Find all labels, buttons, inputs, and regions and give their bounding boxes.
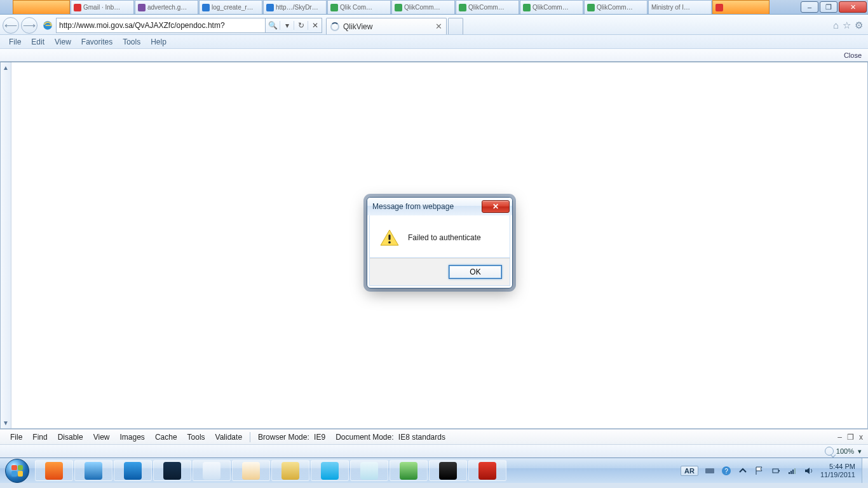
taskbar-app-adobe[interactable]: [468, 460, 506, 481]
language-indicator[interactable]: AR: [681, 466, 698, 476]
refresh-icon[interactable]: ↻: [294, 21, 308, 30]
tab-title: QlikView: [343, 22, 372, 31]
devbar-unpin-button[interactable]: ❐: [847, 433, 854, 442]
background-tab[interactable]: http…/SkyDr…: [263, 0, 327, 14]
background-tab[interactable]: advertech.g…: [135, 0, 198, 14]
taskbar-app-excel[interactable]: [390, 460, 428, 481]
developer-toolbar: FileFindDisableViewImagesCacheToolsValid…: [0, 429, 868, 444]
tray-date: 11/19/2011: [820, 471, 855, 479]
devbar-images[interactable]: Images: [115, 433, 150, 442]
devbar-disable[interactable]: Disable: [53, 433, 88, 442]
devbar-find[interactable]: Find: [27, 433, 52, 442]
tray-help-icon[interactable]: ?: [721, 466, 731, 476]
favorites-icon[interactable]: ☆: [843, 20, 851, 31]
taskbar-app-photoshop[interactable]: [153, 460, 191, 481]
menu-view[interactable]: View: [50, 36, 76, 48]
background-tab[interactable]: QlikComm…: [520, 0, 583, 14]
svg-text:?: ?: [724, 468, 728, 475]
devbar-tools[interactable]: Tools: [182, 433, 210, 442]
menu-favorites[interactable]: Favorites: [76, 36, 118, 48]
dialog-close-button[interactable]: ✕: [482, 200, 510, 213]
qlikview-close-link[interactable]: Close: [844, 51, 862, 59]
nav-forward-button[interactable]: ⟶: [21, 17, 37, 34]
background-tab[interactable]: Qlik Com…: [327, 0, 391, 14]
window-maximize-button[interactable]: ❐: [820, 1, 837, 13]
menu-help[interactable]: Help: [146, 36, 172, 48]
dialog-titlebar[interactable]: Message from webpage ✕: [367, 198, 512, 215]
taskbar-app-vm[interactable]: [114, 460, 152, 481]
show-desktop-button[interactable]: [862, 458, 868, 483]
zoom-dropdown-icon[interactable]: ▾: [858, 447, 862, 456]
background-tab[interactable]: [13, 0, 70, 14]
search-icon[interactable]: 🔍: [266, 21, 280, 30]
background-tab[interactable]: QlikComm…: [456, 0, 519, 14]
taskbar-app-device[interactable]: [193, 460, 231, 481]
new-tab-button[interactable]: [448, 18, 463, 34]
background-tab-label: QlikComm…: [468, 4, 505, 11]
taskbar-app-firefox[interactable]: [35, 460, 73, 481]
ie-icon: [85, 462, 102, 480]
vertical-scrollbar[interactable]: ▲ ▼: [1, 62, 11, 428]
home-icon[interactable]: ⌂: [833, 20, 839, 30]
nav-back-button[interactable]: ⟵: [3, 17, 19, 34]
svg-rect-8: [778, 470, 780, 471]
address-bar[interactable]: http://www.moi.gov.sa/QvAJAXZfc/opendoc.…: [56, 18, 266, 33]
window-close-button[interactable]: ✕: [839, 1, 867, 13]
background-tab[interactable]: Gmail · Inb…: [71, 0, 134, 14]
taskbar-app-notepad[interactable]: [350, 460, 388, 481]
background-tab-label: http…/SkyDr…: [276, 4, 318, 11]
document-mode-label: Document Mode:: [336, 433, 393, 442]
scroll-up-icon[interactable]: ▲: [1, 62, 11, 73]
start-button[interactable]: [0, 458, 34, 483]
scroll-down-icon[interactable]: ▼: [1, 417, 11, 428]
browser-mode[interactable]: Browser Mode: IE9: [253, 433, 330, 442]
document-mode[interactable]: Document Mode: IE8 standards: [330, 433, 451, 442]
background-tab[interactable]: QlikComm…: [391, 0, 455, 14]
background-tab[interactable]: QlikComm…: [584, 0, 648, 14]
zoom-level[interactable]: 100%: [836, 447, 854, 455]
excel-icon: [400, 462, 417, 480]
tray-volume-icon[interactable]: [804, 466, 814, 476]
devbar-view[interactable]: View: [88, 433, 115, 442]
tab-qlikview[interactable]: QlikView ✕: [326, 18, 447, 34]
background-tab-label: Gmail · Inb…: [83, 4, 120, 11]
devbar-cache[interactable]: Cache: [150, 433, 182, 442]
background-tab[interactable]: log_create_r…: [199, 0, 262, 14]
devbar-validate[interactable]: Validate: [210, 433, 247, 442]
tray-power-icon[interactable]: [771, 466, 781, 476]
background-tab[interactable]: [712, 0, 770, 14]
tray-chevron-up-icon[interactable]: [738, 466, 748, 476]
background-tab-label: advertech.g…: [147, 4, 187, 11]
dialog-ok-button[interactable]: OK: [449, 265, 502, 279]
tray-network-icon[interactable]: [787, 466, 797, 476]
menu-file[interactable]: File: [4, 36, 26, 48]
taskbar-app-explorer[interactable]: [271, 460, 309, 481]
stop-icon[interactable]: ✕: [308, 21, 322, 30]
explorer-icon: [281, 462, 299, 480]
gear-icon[interactable]: ⚙: [855, 20, 863, 31]
svg-rect-12: [794, 468, 796, 474]
ie-tabstrip: QlikView ✕: [326, 16, 465, 34]
tray-flag-icon[interactable]: [754, 466, 764, 476]
devbar-file[interactable]: File: [5, 433, 27, 442]
system-tray: AR ? 5:44 PM 11/19/2011: [677, 458, 862, 483]
ie-logo-icon: [42, 20, 53, 31]
qlikview-top-bar: Close: [0, 49, 868, 62]
background-tab[interactable]: Ministry of I…: [648, 0, 712, 14]
menu-edit[interactable]: Edit: [26, 36, 50, 48]
devbar-close-button[interactable]: x: [859, 433, 863, 442]
document-mode-value: IE8 standards: [398, 433, 445, 442]
taskbar-app-skype[interactable]: [311, 460, 349, 481]
address-dropdown-icon[interactable]: ▾: [280, 21, 294, 30]
taskbar-app-paint[interactable]: [232, 460, 270, 481]
taskbar-app-ie[interactable]: [74, 460, 112, 481]
tab-close-icon[interactable]: ✕: [435, 22, 442, 31]
taskbar-app-cmd[interactable]: [429, 460, 467, 481]
tray-clock[interactable]: 5:44 PM 11/19/2011: [820, 463, 858, 479]
menu-tools[interactable]: Tools: [118, 36, 146, 48]
background-tab-label: QlikComm…: [532, 4, 569, 11]
window-minimize-button[interactable]: –: [801, 1, 818, 13]
devbar-minimize-button[interactable]: –: [837, 433, 842, 442]
tray-keyboard-icon[interactable]: [705, 466, 715, 476]
address-url: http://www.moi.gov.sa/QvAJAXZfc/opendoc.…: [59, 21, 262, 30]
